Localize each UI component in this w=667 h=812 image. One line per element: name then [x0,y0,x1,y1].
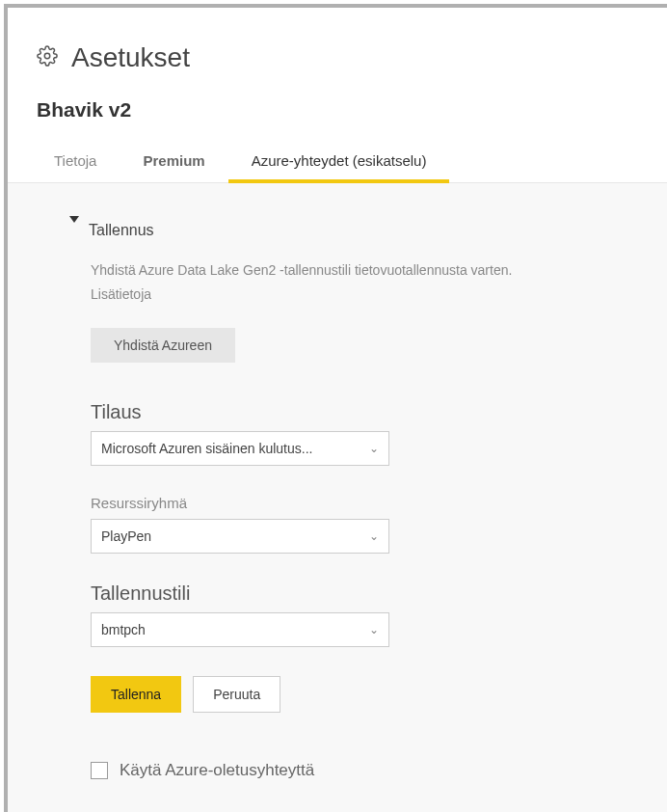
header: Asetukset Bhavik v2 [8,8,667,122]
storage-description: Yhdistä Azure Data Lake Gen2 -tallennust… [91,258,534,307]
svg-point-0 [44,53,50,59]
chevron-down-icon: ⌄ [369,442,379,455]
tabs: Tietoja Premium Azure-yhteydet (esikatse… [8,141,667,183]
tab-about[interactable]: Tietoja [31,141,120,182]
tab-azure-connections[interactable]: Azure-yhteydet (esikatselu) [228,141,450,182]
subscription-value: Microsoft Azuren sisäinen kulutus... [101,441,312,456]
page-title: Asetukset [71,42,190,73]
connect-azure-button[interactable]: Yhdistä Azureen [91,328,235,363]
resource-group-select[interactable]: PlayPen ⌄ [91,519,389,554]
chevron-down-icon: ⌄ [369,529,379,543]
default-connection-row: Käytä Azure-oletusyhteyttä [91,761,605,780]
resource-group-field: Resurssiryhmä PlayPen ⌄ [91,495,605,554]
save-button[interactable]: Tallenna [91,676,181,713]
subscription-field: Tilaus Microsoft Azuren sisäinen kulutus… [91,401,605,466]
title-row: Asetukset [37,42,638,73]
tab-premium[interactable]: Premium [120,141,227,182]
storage-account-field: Tallennustili bmtpch ⌄ [91,582,605,647]
subscription-select[interactable]: Microsoft Azuren sisäinen kulutus... ⌄ [91,431,389,466]
gear-icon [37,45,58,70]
storage-section-header[interactable]: Tallennus [69,222,605,239]
storage-account-select[interactable]: bmtpch ⌄ [91,612,389,647]
storage-account-label: Tallennustili [91,582,605,605]
button-row: Tallenna Peruuta [91,676,605,713]
caret-down-icon [69,222,79,239]
subscription-label: Tilaus [91,401,605,423]
chevron-down-icon: ⌄ [369,623,379,636]
resource-group-label: Resurssiryhmä [91,495,605,511]
settings-panel: Asetukset Bhavik v2 Tietoja Premium Azur… [4,4,667,812]
default-connection-label: Käytä Azure-oletusyhteyttä [120,761,314,780]
resource-group-value: PlayPen [101,528,151,544]
cancel-button[interactable]: Peruuta [193,676,280,713]
storage-section-title: Tallennus [89,222,154,239]
storage-account-value: bmtpch [101,622,146,637]
default-connection-checkbox[interactable] [91,762,108,779]
workspace-name: Bhavik v2 [37,98,638,122]
content-area: Tallennus Yhdistä Azure Data Lake Gen2 -… [8,183,667,812]
